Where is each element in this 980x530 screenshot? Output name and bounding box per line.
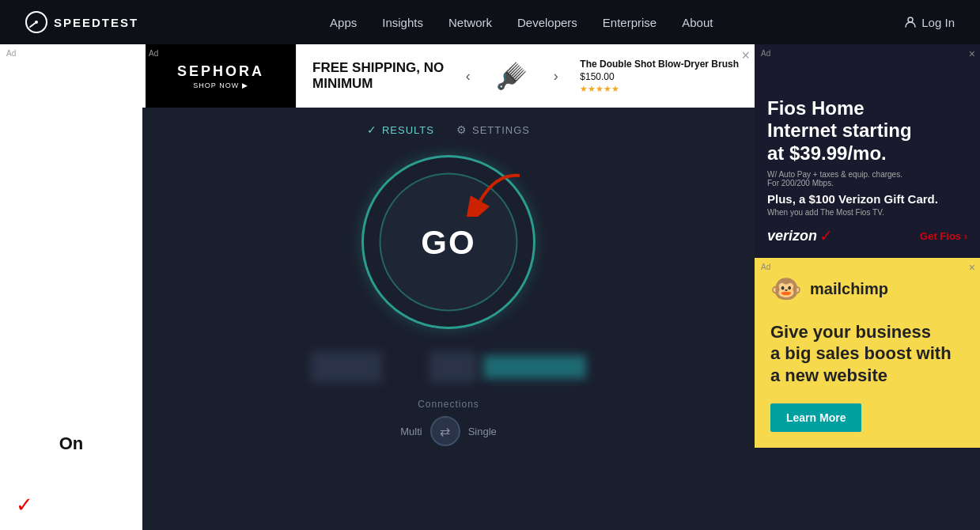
nav-network[interactable]: Network (448, 16, 492, 29)
speedtest-logo-icon (25, 11, 47, 33)
sephora-name: SEPHORA (177, 63, 264, 80)
results-icon: ✓ (367, 123, 377, 136)
tab-settings[interactable]: ⚙ SETTINGS (456, 123, 530, 136)
mailchimp-monkey-icon: 🐵 (770, 274, 802, 304)
multi-label: Multi (400, 426, 422, 437)
drybar-product-info: The Double Shot Blow-Dryer Brush $150.00… (580, 59, 739, 94)
go-text: GO (421, 223, 475, 261)
settings-tab-label: SETTINGS (472, 124, 530, 136)
verizon-headline: Fios HomeInternet startingat $39.99/mo. (767, 97, 967, 165)
sephora-sub: SHOP NOW ▶ (193, 81, 248, 89)
left-advertisement: Ad On ✓ (0, 44, 142, 530)
mailchimp-top: 🐵 mailchimp (770, 274, 964, 304)
connections-switch-icon: ⇄ (440, 424, 450, 439)
upload-bars (429, 351, 586, 383)
connections-toggle: Multi ⇄ Single (400, 416, 497, 446)
header: SPEEDTEST Apps Insights Network Develope… (0, 0, 980, 44)
tab-results[interactable]: ✓ RESULTS (367, 123, 434, 136)
mailchimp-brand-name: mailchimp (810, 280, 888, 298)
page-body: Ad On ✓ Ad × SEPHORA SHOP NOW ▶ FREE SHI… (0, 44, 980, 530)
logo[interactable]: SPEEDTEST (25, 11, 138, 33)
verizon-offer: Plus, a $100 Verizon Gift Card. (767, 192, 967, 206)
nav-insights[interactable]: Insights (382, 16, 423, 29)
nav-enterprise[interactable]: Enterprise (603, 16, 656, 29)
results-tab-label: RESULTS (382, 124, 434, 136)
connections-label: Connections (418, 399, 479, 410)
top-banner-close-button[interactable]: × (741, 47, 750, 64)
verizon-cta-button[interactable]: Get Fios › (920, 230, 967, 242)
download-stat (311, 351, 382, 383)
mailchimp-ad-close-button[interactable]: × (969, 261, 975, 274)
left-ad-checkmark: ✓ (16, 493, 33, 517)
speedtest-tabs: ✓ RESULTS ⚙ SETTINGS (367, 123, 530, 136)
speedtest-ui: ✓ RESULTS ⚙ SETTINGS GO (142, 108, 755, 530)
user-icon (904, 16, 917, 28)
upload-bar-blurred (483, 355, 586, 379)
login-label: Log In (921, 16, 955, 29)
verizon-logo-check: ✓ (819, 226, 833, 245)
download-value-blurred (311, 351, 382, 383)
main-content: Ad × SEPHORA SHOP NOW ▶ FREE SHIPPING, N… (142, 44, 755, 530)
drybar-price: $150.00 (580, 71, 614, 82)
main-nav: Apps Insights Network Developers Enterpr… (330, 16, 713, 29)
upload-value-blurred (429, 351, 477, 383)
drybar-prev-button[interactable]: ‹ (466, 68, 471, 85)
right-advertisements: Ad × Fios HomeInternet startingat $39.99… (755, 44, 980, 530)
left-ad-on-text: On (59, 433, 84, 454)
sephora-ad-block[interactable]: SEPHORA SHOP NOW ▶ (146, 44, 296, 108)
verizon-ad-label: Ad (761, 49, 770, 58)
verizon-sub: W/ Auto Pay + taxes & equip. charges.For… (767, 170, 967, 187)
drybar-next-button[interactable]: › (554, 68, 558, 85)
verizon-logo: verizon ✓ (767, 226, 833, 245)
nav-developers[interactable]: Developers (517, 16, 577, 29)
go-button-wrapper: GO (361, 155, 535, 329)
left-ad-label: Ad (6, 49, 16, 58)
drybar-product-image: 🪮 (492, 52, 532, 100)
drybar-free-shipping: FREE SHIPPING, NOMINIMUM (312, 60, 444, 93)
mailchimp-advertisement[interactable]: Ad × 🐵 mailchimp Give your businessa big… (755, 258, 980, 448)
single-label: Single (468, 426, 497, 437)
drybar-ad-block[interactable]: FREE SHIPPING, NOMINIMUM ‹ 🪮 › The Doubl… (296, 44, 755, 108)
login-button[interactable]: Log In (904, 16, 955, 29)
mailchimp-ad-label: Ad (761, 263, 770, 271)
stats-row (311, 351, 586, 383)
verizon-logo-text: verizon (767, 228, 817, 244)
go-button[interactable]: GO (380, 173, 518, 312)
connections-section: Connections Multi ⇄ Single (400, 399, 497, 446)
drybar-product-name: The Double Shot Blow-Dryer Brush (580, 59, 739, 70)
nav-about[interactable]: About (682, 16, 713, 29)
svg-point-2 (908, 17, 913, 22)
drybar-text: FREE SHIPPING, NOMINIMUM (312, 60, 444, 93)
logo-text: SPEEDTEST (54, 16, 138, 29)
top-banner-ad-label: Ad (149, 49, 158, 58)
svg-point-1 (35, 21, 38, 24)
settings-icon: ⚙ (456, 123, 467, 136)
verizon-ad-close-button[interactable]: × (969, 47, 975, 60)
connections-switch-button[interactable]: ⇄ (430, 416, 460, 446)
top-banner-ad: Ad × SEPHORA SHOP NOW ▶ FREE SHIPPING, N… (142, 44, 755, 108)
upload-stat (429, 351, 586, 383)
verizon-bottom-row: verizon ✓ Get Fios › (767, 226, 967, 245)
verizon-offer-sub: When you add The Most Fios TV. (767, 208, 967, 217)
mailchimp-tagline: Give your businessa big sales boost with… (770, 321, 964, 387)
drybar-stars: ★★★★★ (580, 84, 619, 94)
verizon-ad-content: Fios HomeInternet startingat $39.99/mo. … (767, 97, 967, 245)
nav-apps[interactable]: Apps (330, 16, 357, 29)
verizon-advertisement[interactable]: Ad × Fios HomeInternet startingat $39.99… (755, 44, 980, 258)
mailchimp-learn-more-button[interactable]: Learn More (770, 403, 861, 432)
